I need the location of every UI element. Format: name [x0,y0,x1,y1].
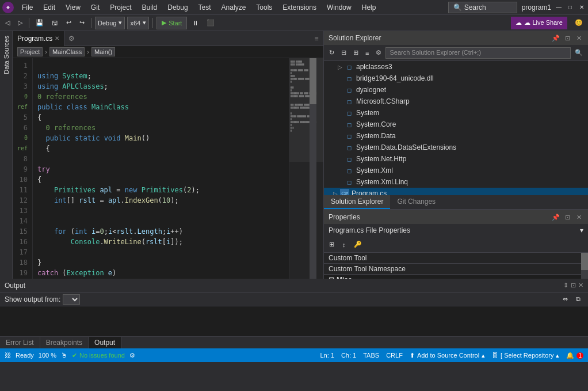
no-issues-indicator[interactable]: ✔ No issues found [72,352,125,359]
new-tab-button[interactable]: ⚙ [64,35,78,43]
error-list-tab[interactable]: Error List [0,337,40,348]
run-button[interactable]: ▶ Start [156,17,187,29]
maximize-button[interactable]: □ [566,3,574,12]
props-alpha-btn[interactable]: ↕ [339,240,349,250]
project-breadcrumb[interactable]: Project [17,47,43,56]
collapse-btn[interactable]: ⊟ [338,47,349,58]
filter-btn[interactable]: ⚙ [373,47,384,58]
menu-extensions[interactable]: Extensions [278,2,321,13]
add-source-label: Add to Source Control [417,352,479,359]
view-toggle-btn[interactable]: ≡ [362,48,372,58]
menu-file[interactable]: File [17,2,37,13]
tree-item-system[interactable]: ▷ ◻ System [324,107,588,119]
sync-btn[interactable]: ↻ [326,47,337,58]
tree-item-bridge[interactable]: ▷ ◻ bridge190-64_unicode.dll [324,73,588,84]
pin-icon[interactable]: ⊡ [563,214,572,221]
liveshare-button[interactable]: ☁ ☁ Live Share [511,17,567,29]
select-repo-label: [ Select Repository [501,352,553,359]
tab-solution-explorer[interactable]: Solution Explorer [324,195,390,209]
select-repository[interactable]: 🗄 [ Select Repository ▴ [492,352,559,359]
output-copy-btn[interactable]: ⧉ [573,294,583,305]
output-title: Output [5,282,25,290]
save-all-button[interactable]: 🖫 [49,18,61,28]
solution-search[interactable]: Search Solution Explorer (Ctrl+;) [385,47,571,59]
close-button[interactable]: ✕ [578,3,586,12]
menu-search-box[interactable]: 🔍 Search [448,2,517,13]
add-source-control[interactable]: ⬆ Add to Source Control ▴ [410,352,485,359]
step-over-button[interactable]: ⏸ [189,18,201,28]
menu-window[interactable]: Window [322,2,356,13]
ref-icon: ◻ [345,74,354,83]
vertical-scrollbar[interactable] [310,58,316,279]
class-breadcrumb[interactable]: MainClass [49,47,85,56]
tree-item-system-data-ext[interactable]: ▷ ◻ System.Data.DataSetExtensions [324,142,588,153]
menu-project[interactable]: Project [105,2,136,13]
output-header: Output ⇕ ⊡ ✕ [0,279,588,293]
menu-view[interactable]: View [61,2,85,13]
pin-button[interactable]: 📌 [551,214,560,221]
props-page-btn[interactable]: 🔑 [351,239,365,250]
git-icon[interactable]: ⛓ [5,352,11,359]
search-sol-btn[interactable]: 🔍 [572,47,586,58]
feedback-button[interactable]: 😊 [572,17,586,28]
menu-git[interactable]: Git [86,2,104,13]
tree-item-system-data[interactable]: ▷ ◻ System.Data [324,130,588,142]
menu-analyze[interactable]: Analyze [217,2,251,13]
output-dock-btn[interactable]: ⊡ [571,282,576,289]
pin-button[interactable]: 📌 [551,35,560,42]
menu-debug[interactable]: Debug [163,2,192,13]
notification-bell[interactable]: 🔔 1 [566,352,583,359]
tab-close-icon[interactable]: ✕ [55,35,59,41]
side-tab: Data Sources [0,31,13,279]
pin-icon[interactable]: ⊡ [563,35,572,42]
tree-item-system-net[interactable]: ▷ ◻ System.Net.Http [324,153,588,165]
close-props-button[interactable]: ✕ [574,214,583,221]
output-close-btn[interactable]: ✕ [578,282,583,289]
output-pin-btn[interactable]: ⇕ [563,282,568,289]
breakpoint-button[interactable]: ⬛ [204,17,217,28]
forward-button[interactable]: ▷ [15,17,25,28]
toolbar-separator-1 [29,18,29,28]
tree-item-aplclasses3[interactable]: ▷ ◻ aplclasses3 [324,61,588,73]
output-source-dropdown[interactable] [63,294,80,305]
breakpoints-tab[interactable]: Breakpoints [40,337,89,348]
redo-button[interactable]: ↪ [77,17,87,28]
settings-status-btn[interactable]: ⚙ [129,352,135,359]
close-panel-button[interactable]: ✕ [574,35,583,42]
show-all-btn[interactable]: ⊞ [350,47,361,58]
tree-item-system-core[interactable]: ▷ ◻ System.Core [324,119,588,130]
save-button[interactable]: 💾 [33,17,47,28]
tab-settings-button[interactable]: ≡ [310,35,323,43]
chevron-down-icon[interactable]: ▾ [580,226,583,234]
data-sources-tab[interactable]: Data Sources [1,31,12,79]
undo-button[interactable]: ↩ [63,17,74,28]
solution-tree[interactable]: ▷ ◻ aplclasses3 ▷ ◻ bridge190-64_unicode… [324,61,588,195]
crlf-indicator[interactable]: CRLF [386,352,403,359]
code-editor[interactable]: 1230 ref 560 ref 89101112 1314151617 181… [13,58,323,279]
ref-icon: ◻ [345,97,354,106]
debug-config-dropdown[interactable]: Debug ▾ [95,17,125,29]
menu-build[interactable]: Build [138,2,162,13]
code-text[interactable]: using System; using APLClasses; 0 refere… [33,58,289,279]
props-category-btn[interactable]: ⊞ [326,239,337,250]
tree-item-dyalognet[interactable]: ▷ ◻ dyalognet [324,84,588,96]
back-button[interactable]: ◁ [2,17,13,28]
tree-item-system-xml-linq[interactable]: ▷ ◻ System.Xml.Linq [324,176,588,188]
menu-edit[interactable]: Edit [39,2,60,13]
output-tab[interactable]: Output [89,337,121,348]
tab-git-changes[interactable]: Git Changes [390,195,442,209]
method-breadcrumb[interactable]: Main() [91,47,115,56]
menu-tools[interactable]: Tools [251,2,277,13]
tree-item-system-xml[interactable]: ▷ ◻ System.Xml [324,165,588,176]
minimize-button[interactable]: — [555,3,563,12]
program-cs-tab[interactable]: Program.cs ✕ [13,31,64,46]
sol-toolbar: ↻ ⊟ ⊞ ≡ ⚙ Search Solution Explorer (Ctrl… [324,45,588,61]
menu-help[interactable]: Help [357,2,381,13]
editor-area: Program.cs ✕ ⚙ ≡ Project › MainClass › M… [13,31,323,279]
tree-item-program-cs[interactable]: ▷ C# Program.cs [324,188,588,195]
zoom-level[interactable]: 100 % [39,352,56,359]
platform-dropdown[interactable]: x64 ▾ [127,17,149,29]
tree-item-mscs[interactable]: ▷ ◻ Microsoft.CSharp [324,96,588,107]
menu-test[interactable]: Test [194,2,216,13]
output-wrap-btn[interactable]: ⇔ [560,294,571,305]
